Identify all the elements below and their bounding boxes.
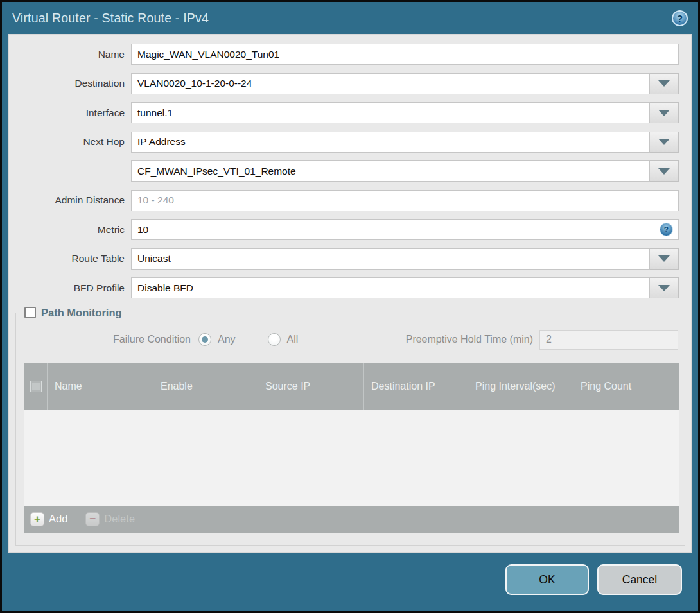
preemptive-hold-group: Preemptive Hold Time (min) [406, 330, 685, 350]
metric-help-icon[interactable]: ? [660, 223, 673, 236]
add-button[interactable]: + Add [30, 512, 67, 526]
bfd-profile-input[interactable] [131, 277, 650, 298]
failure-condition-radio-group: Any All [198, 333, 298, 346]
form-row-name: Name [9, 44, 691, 65]
path-monitoring-legend: Path Monitoring [20, 307, 127, 319]
nexthop-label: Next Hop [9, 136, 131, 148]
failure-any-label: Any [218, 334, 236, 345]
form-row-metric: Metric ? [9, 219, 691, 240]
nexthop-address-dropdown-button[interactable] [650, 160, 679, 182]
form-row-bfd-profile: BFD Profile [9, 277, 691, 298]
chevron-down-icon [658, 110, 670, 116]
nexthop-address-input[interactable] [131, 160, 650, 182]
metric-label: Metric [9, 224, 131, 236]
ok-button[interactable]: OK [505, 564, 589, 595]
path-monitoring-table: Name Enable Source IP Destination IP Pin… [24, 363, 679, 533]
dialog-footer: OK Cancel [505, 564, 682, 595]
column-header-name[interactable]: Name [47, 363, 153, 410]
delete-button-label: Delete [104, 513, 135, 525]
name-label: Name [9, 49, 131, 60]
nexthop-type-input[interactable] [131, 132, 650, 153]
select-all-checkbox[interactable] [30, 381, 42, 392]
form-row-nexthop-address [9, 160, 691, 182]
column-header-ping-count[interactable]: Ping Count [573, 363, 679, 410]
path-monitoring-title: Path Monitoring [41, 307, 122, 319]
form-row-destination: Destination [9, 73, 691, 94]
chevron-down-icon [658, 80, 670, 87]
chevron-down-icon [658, 139, 670, 145]
table-header-select [24, 363, 47, 410]
form-row-interface: Interface [9, 102, 691, 123]
static-route-dialog: Virtual Router - Static Route - IPv4 ? N… [0, 0, 700, 613]
route-table-label: Route Table [9, 253, 131, 264]
column-header-destination-ip[interactable]: Destination IP [363, 363, 468, 410]
interface-label: Interface [9, 107, 131, 119]
cancel-button[interactable]: Cancel [597, 564, 682, 595]
failure-condition-row: Failure Condition Any All Preemptive Hol… [16, 329, 685, 350]
chevron-down-icon [658, 168, 670, 175]
metric-input[interactable] [131, 219, 679, 240]
delete-button[interactable]: − Delete [85, 512, 135, 526]
column-header-source-ip[interactable]: Source IP [258, 363, 363, 410]
path-monitoring-section: Path Monitoring Failure Condition Any Al… [15, 307, 685, 546]
table-footer-bar: + Add − Delete [24, 506, 679, 533]
table-body-empty [24, 410, 679, 506]
form-row-nexthop-type: Next Hop [9, 132, 691, 153]
form-row-admin-distance: Admin Distance [9, 190, 691, 211]
minus-icon: − [89, 513, 96, 526]
failure-condition-label: Failure Condition [16, 334, 191, 345]
destination-label: Destination [9, 78, 131, 89]
preemptive-hold-label: Preemptive Hold Time (min) [406, 334, 533, 345]
column-header-ping-interval[interactable]: Ping Interval(sec) [468, 363, 573, 410]
route-table-dropdown-button[interactable] [650, 248, 679, 270]
failure-all-radio[interactable] [268, 333, 281, 346]
chevron-down-icon [658, 285, 670, 291]
destination-input[interactable] [131, 73, 650, 94]
dialog-title: Virtual Router - Static Route - IPv4 [12, 11, 209, 26]
add-button-label: Add [49, 513, 67, 525]
table-header-row: Name Enable Source IP Destination IP Pin… [24, 363, 679, 410]
path-monitoring-checkbox[interactable] [24, 307, 36, 318]
nexthop-type-dropdown-button[interactable] [650, 132, 679, 153]
route-table-input[interactable] [131, 248, 650, 270]
bfd-profile-dropdown-button[interactable] [650, 277, 679, 298]
column-header-enable[interactable]: Enable [153, 363, 258, 410]
failure-all-label: All [287, 334, 299, 345]
interface-dropdown-button[interactable] [650, 102, 679, 123]
preemptive-hold-input[interactable] [539, 330, 678, 350]
admin-distance-label: Admin Distance [9, 194, 131, 206]
chevron-down-icon [658, 255, 670, 262]
failure-any-radio[interactable] [198, 333, 211, 346]
name-input[interactable] [131, 44, 679, 65]
interface-input[interactable] [131, 102, 650, 123]
plus-icon: + [34, 513, 40, 526]
form-row-route-table: Route Table [9, 248, 691, 270]
bfd-profile-label: BFD Profile [9, 282, 131, 294]
dialog-titlebar: Virtual Router - Static Route - IPv4 ? [2, 2, 698, 34]
help-icon[interactable]: ? [672, 10, 688, 26]
destination-dropdown-button[interactable] [650, 73, 679, 94]
dialog-body: Name Destination Interface [8, 34, 692, 553]
admin-distance-input[interactable] [131, 190, 679, 211]
